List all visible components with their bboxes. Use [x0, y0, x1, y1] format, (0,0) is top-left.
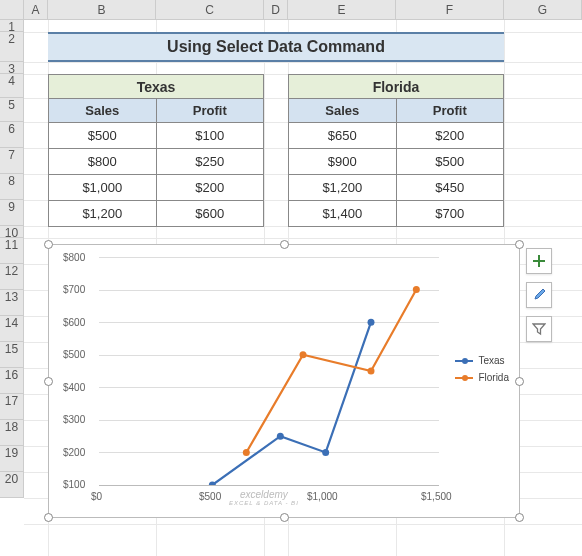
row-16[interactable]: 16: [0, 368, 24, 394]
y-tick: $600: [63, 317, 85, 328]
col-G[interactable]: G: [504, 0, 582, 20]
chart-elements-button[interactable]: [526, 248, 552, 274]
col-header-profit: Profit: [396, 99, 503, 123]
y-tick: $400: [63, 382, 85, 393]
table-row: $1,000$200: [49, 175, 264, 201]
legend-label: Texas: [478, 355, 504, 366]
chart-legend: Texas Florida: [455, 355, 509, 389]
x-tick: $500: [199, 491, 221, 502]
table-row: $1,200$600: [49, 201, 264, 227]
table-row: $500$100: [49, 123, 264, 149]
row-3[interactable]: 3: [0, 62, 24, 74]
row-14[interactable]: 14: [0, 316, 24, 342]
svg-point-5: [300, 351, 307, 358]
brush-icon: [532, 288, 546, 302]
legend-label: Florida: [478, 372, 509, 383]
col-E[interactable]: E: [288, 0, 396, 20]
row-17[interactable]: 17: [0, 394, 24, 420]
row-6[interactable]: 6: [0, 122, 24, 148]
resize-handle-ne[interactable]: [515, 240, 524, 249]
row-12[interactable]: 12: [0, 264, 24, 290]
legend-item-florida: Florida: [455, 372, 509, 383]
resize-handle-w[interactable]: [44, 377, 53, 386]
row-19[interactable]: 19: [0, 446, 24, 472]
table-row: $1,400$700: [289, 201, 504, 227]
resize-handle-se[interactable]: [515, 513, 524, 522]
row-2[interactable]: 2: [0, 32, 24, 62]
chart-filter-button[interactable]: [526, 316, 552, 342]
select-all-corner[interactable]: [0, 0, 24, 20]
page-title: Using Select Data Command: [48, 32, 504, 62]
col-B[interactable]: B: [48, 0, 156, 20]
row-9[interactable]: 9: [0, 200, 24, 226]
row-11[interactable]: 11: [0, 238, 24, 264]
row-13[interactable]: 13: [0, 290, 24, 316]
y-tick: $200: [63, 447, 85, 458]
svg-point-1: [277, 433, 284, 440]
chart-side-buttons: [526, 248, 552, 342]
resize-handle-e[interactable]: [515, 377, 524, 386]
resize-handle-sw[interactable]: [44, 513, 53, 522]
col-header-sales: Sales: [49, 99, 157, 123]
resize-handle-s[interactable]: [280, 513, 289, 522]
y-tick: $800: [63, 252, 85, 263]
svg-point-3: [368, 319, 375, 326]
y-tick: $300: [63, 414, 85, 425]
row-headers: 1 2 3 4 5 6 7 8 9 10 11 12 13 14 15 16 1…: [0, 20, 24, 498]
row-10[interactable]: 10: [0, 226, 24, 238]
chart-object[interactable]: $800 $700 $600 $500 $400 $300 $200 $100 …: [48, 244, 520, 518]
table-texas: Texas Sales Profit $500$100 $800$250 $1,…: [48, 74, 264, 227]
plus-icon: [532, 254, 546, 268]
y-tick: $500: [63, 349, 85, 360]
plot-area: [99, 257, 439, 485]
filter-icon: [532, 322, 546, 336]
region-header-florida: Florida: [289, 75, 504, 99]
x-tick: $1,500: [421, 491, 452, 502]
row-5[interactable]: 5: [0, 98, 24, 122]
y-tick: $700: [63, 284, 85, 295]
svg-point-6: [368, 368, 375, 375]
chart-lines: [99, 257, 439, 485]
col-D[interactable]: D: [264, 0, 288, 20]
table-row: $650$200: [289, 123, 504, 149]
legend-item-texas: Texas: [455, 355, 509, 366]
col-header-sales: Sales: [289, 99, 397, 123]
watermark: exceldemy EXCEL & DATA - BI: [229, 489, 299, 506]
row-8[interactable]: 8: [0, 174, 24, 200]
x-tick: $1,000: [307, 491, 338, 502]
row-15[interactable]: 15: [0, 342, 24, 368]
cell-area[interactable]: Using Select Data Command Texas Sales Pr…: [24, 20, 582, 556]
chart-styles-button[interactable]: [526, 282, 552, 308]
column-headers: A B C D E F G: [0, 0, 582, 20]
y-tick: $100: [63, 479, 85, 490]
svg-point-7: [413, 286, 420, 293]
table-row: $1,200$450: [289, 175, 504, 201]
resize-handle-nw[interactable]: [44, 240, 53, 249]
region-header-texas: Texas: [49, 75, 264, 99]
svg-point-4: [243, 449, 250, 456]
table-row: $900$500: [289, 149, 504, 175]
table-row: $800$250: [49, 149, 264, 175]
col-header-profit: Profit: [156, 99, 263, 123]
spreadsheet-grid: A B C D E F G 1 2 3 4 5 6 7 8 9 10 11 12…: [0, 0, 582, 556]
svg-point-2: [322, 449, 329, 456]
col-F[interactable]: F: [396, 0, 504, 20]
row-18[interactable]: 18: [0, 420, 24, 446]
row-7[interactable]: 7: [0, 148, 24, 174]
x-tick: $0: [91, 491, 102, 502]
table-florida: Florida Sales Profit $650$200 $900$500 $…: [288, 74, 504, 227]
row-4[interactable]: 4: [0, 74, 24, 98]
resize-handle-n[interactable]: [280, 240, 289, 249]
col-A[interactable]: A: [24, 0, 48, 20]
row-20[interactable]: 20: [0, 472, 24, 498]
col-C[interactable]: C: [156, 0, 264, 20]
row-1[interactable]: 1: [0, 20, 24, 32]
